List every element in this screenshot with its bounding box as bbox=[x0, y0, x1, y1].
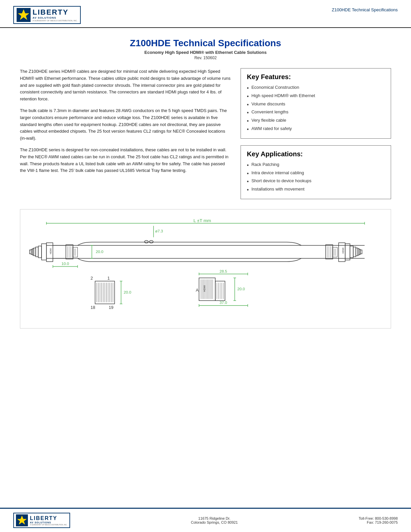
list-item: Very flexible cable bbox=[247, 117, 385, 125]
diagram-label-diameter: ø7.3 bbox=[155, 229, 163, 233]
svg-rect-37 bbox=[42, 244, 47, 260]
svg-rect-40 bbox=[34, 248, 36, 256]
footer-contact: Toll-Free: 800-530-8998 Fax: 719-260-007… bbox=[359, 516, 398, 524]
list-item: Short device to device hookups bbox=[247, 178, 385, 186]
right-column: Key Features: Economical Construction Hi… bbox=[241, 68, 391, 199]
svg-rect-33 bbox=[356, 248, 358, 256]
svg-rect-43 bbox=[30, 250, 31, 254]
list-item: Convenient lengths bbox=[247, 109, 385, 117]
body-para2: The bulk cable is 7.3mm in diameter and … bbox=[20, 107, 231, 142]
svg-text:A: A bbox=[196, 288, 199, 293]
footer-logo: LIBERTY AV SOLUTIONS A SUBSIDIARY OF WES… bbox=[13, 513, 70, 528]
logo-sub-text: AV SOLUTIONS bbox=[33, 16, 77, 19]
svg-rect-36 bbox=[360, 250, 362, 254]
svg-text:19: 19 bbox=[109, 305, 113, 310]
footer-fax: Fax: 719-260-0075 bbox=[359, 520, 398, 524]
svg-rect-31 bbox=[350, 246, 353, 258]
diagram-label-L: L ±T mm bbox=[193, 218, 211, 223]
svg-text:20.0: 20.0 bbox=[237, 287, 245, 291]
list-item: Installations with movement bbox=[247, 186, 385, 194]
footer-address-line2: Colorado Springs, CO 80921 bbox=[191, 520, 238, 524]
footer-logo-sub2: A SUBSIDIARY OF WESCO DISTRIBUTION, INC. bbox=[30, 524, 67, 526]
svg-rect-12 bbox=[66, 245, 73, 259]
list-item: High speed HDMI® with Ethernet bbox=[247, 92, 385, 101]
svg-text:HDMI: HDMI bbox=[50, 248, 52, 254]
key-applications-title: Key Applications: bbox=[247, 150, 385, 158]
technical-diagram: L ±T mm ø7.3 HDMI bbox=[27, 216, 384, 320]
logo-sub2-text: A SUBSIDIARY OF WESCO DISTRIBUTION, INC. bbox=[33, 20, 77, 22]
footer-address-line1: 11675 Ridgeline Dr. bbox=[191, 516, 238, 520]
svg-text:37.0: 37.0 bbox=[220, 300, 227, 305]
page-title: Z100HDE Technical Specifications bbox=[20, 38, 391, 49]
body-para1: The Z100HDE series HDMI® cables are desi… bbox=[20, 68, 231, 103]
svg-rect-39 bbox=[36, 247, 38, 257]
page-footer: LIBERTY AV SOLUTIONS A SUBSIDIARY OF WES… bbox=[0, 508, 411, 532]
footer-logo-sub: AV SOLUTIONS bbox=[30, 521, 67, 524]
footer-logo-icon bbox=[16, 514, 28, 526]
list-item: Economical Construction bbox=[247, 84, 385, 92]
svg-rect-32 bbox=[353, 247, 356, 257]
key-features-list: Economical Construction High speed HDMI®… bbox=[247, 84, 385, 134]
svg-rect-25 bbox=[333, 247, 338, 257]
svg-rect-38 bbox=[38, 246, 42, 258]
svg-text:28.5: 28.5 bbox=[220, 269, 227, 273]
list-item: Rack Patching bbox=[247, 161, 385, 170]
page-subtitle: Economy High Speed HDMI® with Ethernet C… bbox=[20, 50, 391, 55]
diagram-section: L ±T mm ø7.3 HDMI bbox=[20, 209, 391, 329]
key-features-box: Key Features: Economical Construction Hi… bbox=[241, 68, 391, 139]
svg-point-44 bbox=[145, 240, 149, 243]
header-logo: LIBERTY AV SOLUTIONS A SUBSIDIARY OF WES… bbox=[13, 6, 81, 24]
page-title-section: Z100HDE Technical Specifications Economy… bbox=[20, 38, 391, 60]
left-column: The Z100HDE series HDMI® cables are desi… bbox=[20, 68, 231, 199]
svg-rect-17 bbox=[73, 247, 78, 257]
footer-logo-main: LIBERTY bbox=[30, 515, 67, 521]
svg-point-45 bbox=[149, 240, 153, 243]
list-item: AWM rated for safety bbox=[247, 125, 385, 134]
key-applications-box: Key Applications: Rack Patching Intra de… bbox=[241, 145, 391, 199]
footer-toll-free: Toll-Free: 800-530-8998 bbox=[359, 516, 398, 520]
logo-box: LIBERTY AV SOLUTIONS A SUBSIDIARY OF WES… bbox=[13, 6, 81, 24]
page-rev: Rev. 150602 bbox=[20, 56, 391, 60]
key-applications-list: Rack Patching Intra device internal cabl… bbox=[247, 161, 385, 194]
liberty-logo-icon bbox=[17, 8, 31, 22]
svg-rect-78 bbox=[199, 278, 215, 301]
body-para3: The Z100HDE series is designed for non-c… bbox=[20, 147, 231, 174]
main-content: Z100HDE Technical Specifications Economy… bbox=[0, 28, 411, 335]
list-item: Volume discounts bbox=[247, 101, 385, 109]
svg-text:1: 1 bbox=[107, 276, 110, 281]
svg-text:18: 18 bbox=[91, 305, 95, 310]
key-features-title: Key Features: bbox=[247, 73, 385, 81]
svg-text:20.0: 20.0 bbox=[124, 290, 131, 294]
list-item: Intra device internal cabling bbox=[247, 170, 385, 178]
svg-text:HDMI: HDMI bbox=[342, 248, 344, 254]
two-col-layout: The Z100HDE series HDMI® cables are desi… bbox=[20, 68, 391, 199]
footer-address: 11675 Ridgeline Dr. Colorado Springs, CO… bbox=[191, 516, 238, 524]
svg-rect-30 bbox=[345, 244, 350, 260]
header-title: Z100HDE Technical Specifications bbox=[332, 7, 398, 12]
svg-text:10.0: 10.0 bbox=[61, 261, 69, 266]
logo-main-text: LIBERTY bbox=[33, 9, 77, 16]
svg-rect-20 bbox=[326, 245, 333, 259]
page-header: LIBERTY AV SOLUTIONS A SUBSIDIARY OF WES… bbox=[0, 0, 411, 28]
svg-text:20.0: 20.0 bbox=[96, 249, 103, 254]
svg-text:2: 2 bbox=[91, 276, 93, 281]
